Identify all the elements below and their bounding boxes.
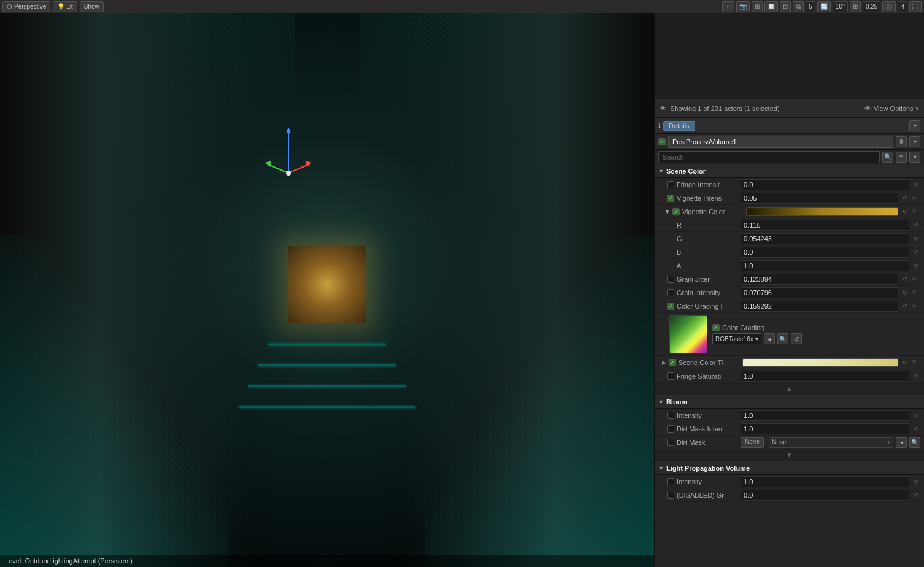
- details-tab[interactable]: Details: [663, 121, 695, 131]
- grain-intensity-checkbox[interactable]: [667, 289, 674, 296]
- color-b-reset[interactable]: ↺: [912, 248, 920, 256]
- grain-jitter-input[interactable]: [741, 274, 898, 285]
- grain-jitter-reset[interactable]: ↺: [901, 275, 909, 284]
- color-a-reset[interactable]: ↺: [912, 261, 920, 270]
- dirt-mask-intensity-checkbox[interactable]: [667, 425, 674, 433]
- scene-color-tint-arrow[interactable]: ▶: [662, 360, 666, 366]
- scene-color-tint-key[interactable]: ◇: [912, 358, 920, 367]
- vignette-color-swatch[interactable]: [746, 207, 898, 216]
- grain-jitter-checkbox[interactable]: [667, 276, 674, 283]
- color-r-reset[interactable]: ↺: [912, 221, 920, 230]
- perspective-button[interactable]: ⬡ Perspective: [2, 1, 50, 12]
- color-r-input[interactable]: [741, 220, 909, 231]
- lut-refresh-btn[interactable]: ↺: [791, 333, 802, 344]
- fringe-intensity-input[interactable]: [741, 179, 909, 190]
- show-button[interactable]: Show: [80, 1, 104, 12]
- color-r-row: R ↺: [655, 218, 924, 232]
- lit-button[interactable]: 💡 Lit: [53, 1, 77, 12]
- transform-gizmo[interactable]: [264, 124, 313, 187]
- dirt-mask-checkbox[interactable]: [667, 439, 674, 446]
- vignette-color-key[interactable]: ◇: [912, 207, 920, 216]
- color-grading-lut-checkbox[interactable]: ✓: [712, 324, 720, 331]
- dirt-mask-intensity-reset[interactable]: ↺: [912, 425, 920, 433]
- color-g-reset[interactable]: ↺: [912, 234, 920, 243]
- grain-intensity-key[interactable]: ◇: [912, 288, 920, 297]
- maximize-btn[interactable]: ⛶: [909, 1, 922, 12]
- scene-color-tint-checkbox[interactable]: ✓: [669, 359, 676, 366]
- move-tool-btn[interactable]: ↔: [722, 1, 734, 12]
- vignette-intensity-reset[interactable]: ↺: [901, 194, 909, 202]
- view-options-icon: 👁: [864, 105, 871, 112]
- lpv-disabled-checkbox[interactable]: [667, 492, 674, 499]
- fringe-intensity-checkbox[interactable]: [667, 181, 674, 188]
- scene-color-tint-swatch[interactable]: [742, 358, 898, 367]
- fringe-saturation-input[interactable]: [741, 371, 909, 382]
- grid-value: 5: [806, 1, 815, 12]
- lpv-intensity-input[interactable]: [741, 476, 909, 487]
- fringe-saturation-checkbox[interactable]: [667, 372, 674, 380]
- snap2-btn[interactable]: ⊡: [780, 1, 791, 12]
- snap3-btn[interactable]: ⧉: [793, 1, 804, 12]
- lpv-intensity-reset[interactable]: ↺: [912, 477, 920, 486]
- color-grading-int-key[interactable]: ◇: [912, 302, 920, 310]
- color-grading-int-checkbox[interactable]: ✓: [667, 303, 674, 310]
- vignette-color-expand[interactable]: ▼: [664, 209, 670, 215]
- object-settings-btn[interactable]: ⚙: [896, 136, 907, 147]
- fringe-saturation-reset[interactable]: ↺: [912, 372, 920, 380]
- color-grading-int-input[interactable]: [741, 301, 898, 312]
- lut-dropdown[interactable]: RGBTable16x ▾: [712, 333, 761, 344]
- bloom-section-header[interactable]: ▼ Bloom: [655, 395, 924, 409]
- vignette-color-checkbox[interactable]: ✓: [672, 208, 680, 215]
- dirt-mask-dropdown[interactable]: None ▾: [769, 437, 893, 448]
- grain-intensity-input[interactable]: [741, 287, 898, 298]
- dirt-mask-search-btn[interactable]: 🔍: [909, 437, 920, 448]
- filter-btn[interactable]: ▾: [909, 152, 920, 163]
- grain-jitter-key[interactable]: ◇: [912, 275, 920, 284]
- details-header: ℹ Details ▾: [655, 118, 924, 134]
- dirt-mask-value: None: [772, 439, 787, 446]
- camera-btn[interactable]: 📷: [736, 1, 750, 12]
- scene-color-tint-reset[interactable]: ↺: [901, 358, 909, 367]
- dirt-mask-prev-btn[interactable]: ◂: [896, 437, 907, 448]
- section-expand-bar[interactable]: ▲: [655, 383, 924, 395]
- object-more-btn[interactable]: ▾: [909, 136, 920, 147]
- color-a-input[interactable]: [741, 260, 909, 271]
- angle-snap-btn[interactable]: 🔄: [817, 1, 831, 12]
- lpv-disabled-input[interactable]: [741, 490, 909, 501]
- scale-snap-btn[interactable]: ⊞: [850, 1, 861, 12]
- snap-btn[interactable]: 🔲: [764, 1, 778, 12]
- color-picker-square[interactable]: [669, 315, 707, 353]
- grid-btn[interactable]: ⊞: [752, 1, 763, 12]
- scene-color-section-header[interactable]: ▼ Scene Color: [655, 164, 924, 178]
- lpv-disabled-reset[interactable]: ↺: [912, 491, 920, 500]
- viewport[interactable]: Level: OutdoorLightingAttempt (Persisten…: [0, 14, 654, 567]
- color-g-input[interactable]: [741, 233, 909, 244]
- camera-speed-btn[interactable]: 🎥: [882, 1, 896, 12]
- view-mode-btn[interactable]: ≡: [896, 152, 907, 163]
- dirt-mask-intensity-input[interactable]: [741, 423, 909, 434]
- object-name-input[interactable]: [668, 136, 893, 148]
- dirt-mask-none-btn[interactable]: None: [741, 437, 764, 448]
- fringe-intensity-reset[interactable]: ↺: [912, 180, 920, 189]
- vignette-intensity-checkbox[interactable]: ✓: [667, 195, 674, 202]
- color-b-input[interactable]: [741, 247, 909, 258]
- bloom-intensity-reset[interactable]: ↺: [912, 411, 920, 420]
- fringe-saturation-label: Fringe Saturati: [677, 372, 738, 380]
- vignette-color-reset[interactable]: ↺: [901, 207, 909, 216]
- lut-prev-btn[interactable]: ◂: [764, 333, 775, 344]
- vignette-intensity-input[interactable]: [741, 193, 898, 204]
- view-options-button[interactable]: 👁 View Options >: [864, 105, 919, 112]
- lpv-intensity-checkbox[interactable]: [667, 478, 674, 485]
- color-grading-int-reset[interactable]: ↺: [901, 302, 909, 310]
- bloom-intensity-checkbox[interactable]: [667, 412, 674, 419]
- lut-search-btn[interactable]: 🔍: [777, 333, 788, 344]
- vignette-intensity-key[interactable]: ◇: [912, 194, 920, 202]
- details-dropdown-btn[interactable]: ▾: [909, 120, 920, 131]
- bloom-expand-bar[interactable]: ▼: [655, 449, 924, 461]
- object-enabled-checkbox[interactable]: ✓: [658, 138, 666, 145]
- grain-intensity-reset[interactable]: ↺: [901, 288, 909, 297]
- search-input[interactable]: [658, 151, 880, 163]
- bloom-intensity-input[interactable]: [741, 410, 909, 421]
- search-icon-btn[interactable]: 🔍: [882, 152, 893, 163]
- lpv-section-header[interactable]: ▼ Light Propagation Volume: [655, 461, 924, 475]
